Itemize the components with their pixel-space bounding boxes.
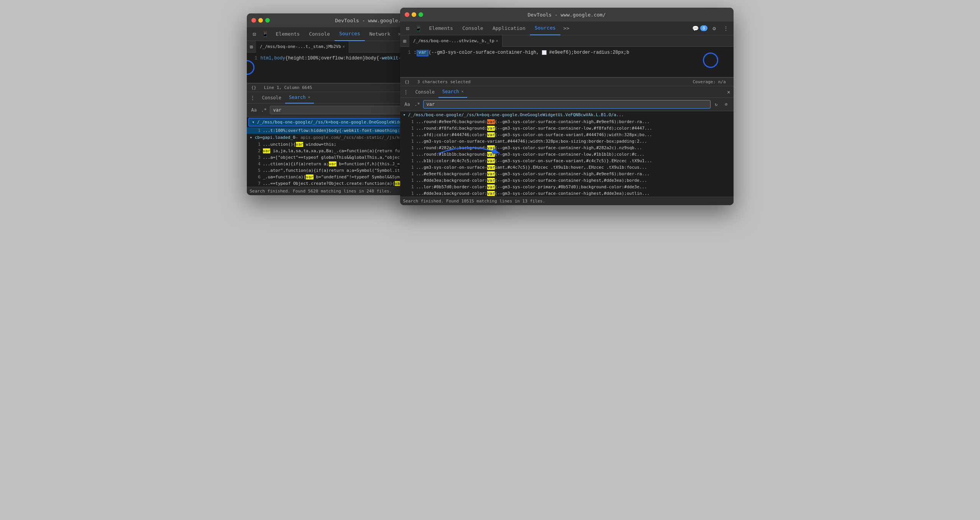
comment-icon[interactable]: 💬 xyxy=(692,25,699,31)
file-tab-close-back[interactable]: × xyxy=(343,44,345,49)
refresh-btn-front[interactable]: ↻ xyxy=(712,100,721,109)
inspect-icon[interactable]: ⊡ xyxy=(250,30,259,39)
front-result-7[interactable]: 1 ...b1b);color:#c4c7c5;color:var(--gm3-… xyxy=(400,158,734,164)
file-tab-close-front[interactable]: × xyxy=(496,39,498,43)
tab-sources-front[interactable]: Sources xyxy=(530,21,560,35)
search-tab-back[interactable]: Search × xyxy=(285,92,314,104)
more-options-icon[interactable]: ⋮ xyxy=(721,24,730,33)
minimize-button-back[interactable] xyxy=(258,18,263,23)
search-status-front: Search finished. Found 10515 matching li… xyxy=(400,197,734,205)
more-tabs-front[interactable]: >> xyxy=(560,25,573,31)
front-result-11[interactable]: 1 ...lor:#0b57d0;border-color:var(--gm3-… xyxy=(400,184,734,190)
coverage-text: Coverage: n/a xyxy=(693,79,726,84)
status-bar-front: {} 3 characters selected Coverage: n/a xyxy=(400,77,734,86)
code-area-front: 1 :var(--gm3-sys-color-surface-container… xyxy=(400,47,734,77)
front-result-8[interactable]: 1 ...gm3-sys-color-on-surface-variant,#c… xyxy=(400,164,734,171)
code-content-back[interactable]: html,body{height:100%;overflow:hidden}bo… xyxy=(261,56,415,80)
settings-icon[interactable]: ⚙ xyxy=(710,24,719,33)
maximize-button-back[interactable] xyxy=(265,18,270,23)
inspect-icon-front[interactable]: ⊡ xyxy=(403,24,412,33)
search-input-wrap-front xyxy=(423,100,711,109)
front-result-12[interactable]: 1 ...#dde3ea;background-color:var(--gm3-… xyxy=(400,190,734,197)
status-text: {} Line 1, Column 6645 xyxy=(251,85,312,90)
tab-console-back[interactable]: Console xyxy=(304,27,335,41)
front-result-4[interactable]: 1 ...gm3-sys-color-on-surface-variant,#4… xyxy=(400,138,734,145)
code-content-front[interactable]: :var(--gm3-sys-color-surface-container-h… xyxy=(414,50,629,74)
search-options-front: Aa .* ↻ ⊘ xyxy=(400,98,734,111)
close-button-back[interactable] xyxy=(251,18,256,23)
tab-elements-back[interactable]: Elements xyxy=(271,27,305,41)
front-result-2[interactable]: 1 ...round:#f8fafd;background:var(--gm3-… xyxy=(400,125,734,132)
search-tab-front[interactable]: Search × xyxy=(438,86,467,98)
comment-badge: 8 xyxy=(700,25,708,31)
title-bar-front: DevTools - www.google.com/ xyxy=(400,8,734,21)
sidebar-toggle-back[interactable]: ⊞ xyxy=(250,44,253,50)
file-tab-front[interactable]: /_/mss/boq-one-...uthview,_b,_tp × xyxy=(409,35,502,47)
close-panel-btn[interactable]: × xyxy=(727,89,730,95)
bottom-panel-front: ⋮ Console Search × × Aa .* xyxy=(400,86,734,205)
search-action-btns-front: ↻ ⊘ xyxy=(712,100,730,109)
line-numbers-front: 1 xyxy=(403,50,411,74)
tab-network-back[interactable]: Network xyxy=(365,27,395,41)
file-header-front-1[interactable]: ▾ /_/mss/boq-one-google/_/ss/k=boq-one-g… xyxy=(400,111,734,118)
front-result-9[interactable]: 1 ...#e9eef6;background-color:var(--gm3-… xyxy=(400,171,734,177)
front-result-10[interactable]: 1 ...#dde3ea;background-color:var(--gm3-… xyxy=(400,177,734,184)
search-input-front[interactable] xyxy=(423,100,711,109)
panel-menu-icon-front[interactable]: ⋮ xyxy=(403,89,409,95)
bottom-tabs-front: ⋮ Console Search × × xyxy=(400,86,734,98)
traffic-lights-front xyxy=(405,12,423,17)
file-group-front-1: ▾ /_/mss/boq-one-google/_/ss/k=boq-one-g… xyxy=(400,111,734,197)
window-title-front: DevTools - www.google.com/ xyxy=(528,12,606,18)
front-result-1[interactable]: 1 ...round:#e9eef6;background:var(--gm3-… xyxy=(400,118,734,125)
front-result-6[interactable]: 1 ...round:#1b1b1b;background:var(--gm3-… xyxy=(400,151,734,158)
selected-text: {} 3 characters selected xyxy=(405,79,471,84)
console-tab-back[interactable]: Console xyxy=(258,92,286,104)
search-tab-close-front[interactable]: × xyxy=(461,89,463,94)
tab-console-front[interactable]: Console xyxy=(458,21,488,35)
device-icon-front[interactable]: 📱 xyxy=(414,24,423,33)
search-results-front[interactable]: ▾ /_/mss/boq-one-google/_/ss/k=boq-one-g… xyxy=(400,111,734,197)
traffic-lights-back xyxy=(251,18,270,23)
console-tab-front[interactable]: Console xyxy=(412,86,439,98)
tab-sources-back[interactable]: Sources xyxy=(335,27,365,41)
match-case-btn[interactable]: Aa xyxy=(250,106,258,114)
file-tab-back[interactable]: /_/mss/boq-one-...t,_stam,jMb2Vb × xyxy=(256,41,349,53)
tab-elements-front[interactable]: Elements xyxy=(425,21,458,35)
file-tabs-bar-front: ⊞ /_/mss/boq-one-...uthview,_b,_tp × xyxy=(400,35,734,47)
sidebar-toggle-front[interactable]: ⊞ xyxy=(403,38,406,44)
tab-application-front[interactable]: Application xyxy=(488,21,530,35)
regex-btn[interactable]: .* xyxy=(260,106,268,114)
minimize-button-front[interactable] xyxy=(412,12,416,17)
toolbar-tabs-front: Elements Console Application Sources >> xyxy=(425,21,691,35)
front-result-5[interactable]: 1 ...round:#282a2c;background:var(--gm3-… xyxy=(400,145,734,151)
front-result-3[interactable]: 1 ...afd);color:#444746;color:var(--gm3-… xyxy=(400,132,734,138)
search-tab-close[interactable]: × xyxy=(308,95,310,99)
toolbar-right: 💬 8 ⚙ ⋮ xyxy=(692,24,730,33)
circle-annotation-front xyxy=(703,53,718,68)
match-case-btn-front[interactable]: Aa xyxy=(403,100,412,109)
close-button-front[interactable] xyxy=(405,12,409,17)
maximize-button-front[interactable] xyxy=(419,12,423,17)
regex-btn-front[interactable]: .* xyxy=(413,100,422,109)
device-icon[interactable]: 📱 xyxy=(261,30,270,39)
panel-menu-icon[interactable]: ⋮ xyxy=(250,95,255,101)
toolbar-front: ⊡ 📱 Elements Console Application Sources… xyxy=(400,21,734,35)
comment-badge-area: 💬 8 xyxy=(692,25,708,31)
clear-btn-front[interactable]: ⊘ xyxy=(722,100,730,109)
